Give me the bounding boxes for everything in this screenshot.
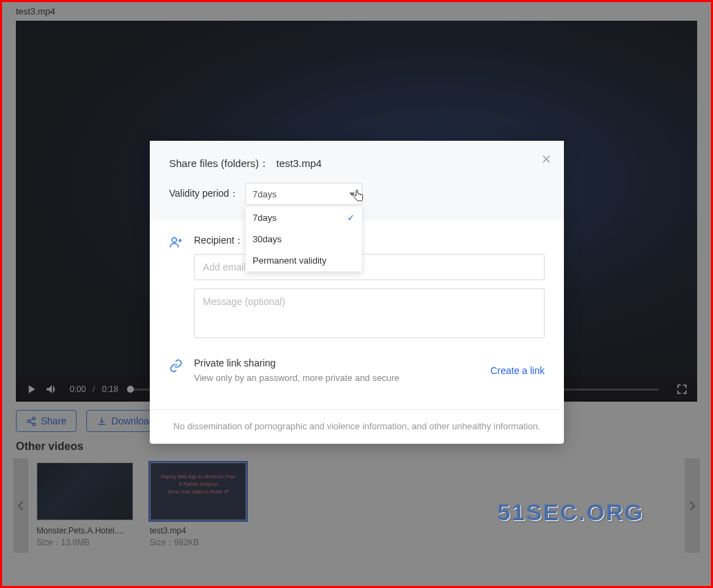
private-link-col: Private link sharing View only by an pas… <box>194 357 490 383</box>
svg-point-5 <box>172 237 177 242</box>
validity-selected-value: 7days <box>253 189 277 199</box>
private-link-title: Private link sharing <box>194 357 490 369</box>
check-icon: ✓ <box>347 213 355 223</box>
option-label: 7days <box>253 213 277 223</box>
watermark: 51SEC.ORG <box>497 499 644 526</box>
option-label: Permanent validity <box>253 255 326 266</box>
create-link-button[interactable]: Create a link <box>490 365 545 376</box>
validity-row: Validity period： 7days 7days ✓ 30days <box>169 183 545 205</box>
validity-dropdown: 7days ✓ 30days Permanent validity <box>245 206 362 272</box>
share-modal: ✕ Share files (folders)： test3.mp4 Valid… <box>150 141 564 444</box>
validity-label: Validity period： <box>169 188 245 200</box>
person-add-icon <box>169 234 194 341</box>
validity-select[interactable]: 7days <box>245 183 362 205</box>
option-label: 30days <box>253 234 282 244</box>
validity-select-wrap: 7days 7days ✓ 30days Permanent validity <box>245 183 362 205</box>
modal-footer: No dissemination of pornographic and vio… <box>150 409 564 444</box>
private-link-row: Private link sharing View only by an pas… <box>169 349 545 395</box>
share-line: Share files (folders)： test3.mp4 <box>169 157 545 170</box>
share-files-label: Share files (folders)： <box>169 157 269 169</box>
close-icon[interactable]: ✕ <box>541 152 551 167</box>
chevron-down-icon <box>349 193 355 196</box>
validity-option[interactable]: 7days ✓ <box>246 207 362 228</box>
private-link-sub: View only by an password, more private a… <box>194 373 490 383</box>
recipient-label: Recipient： <box>194 235 244 246</box>
validity-option[interactable]: 30days <box>246 228 362 250</box>
message-input[interactable] <box>194 288 545 338</box>
modal-head: ✕ Share files (folders)： test3.mp4 Valid… <box>150 141 564 220</box>
validity-option[interactable]: Permanent validity <box>246 250 362 271</box>
link-icon <box>169 357 194 375</box>
share-filename: test3.mp4 <box>276 157 322 169</box>
